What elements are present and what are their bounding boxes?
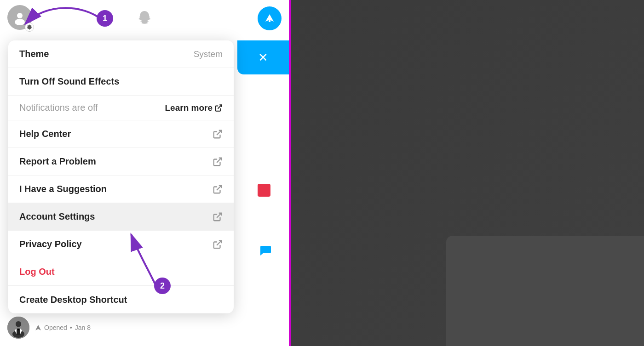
svg-point-0 [17,13,23,18]
help-label: Help Center [19,129,71,139]
menu-item-logout[interactable]: Log Out [8,258,234,286]
external-link-icon [213,184,223,194]
blue-chat-icon [259,244,272,259]
avatar-button[interactable] [7,5,34,32]
gear-badge [25,23,34,32]
problem-label: Report a Problem [19,156,96,167]
sound-label: Turn Off Sound Effects [19,76,119,87]
suggestion-label: I Have a Suggestion [19,184,107,194]
external-link-icon [213,239,223,250]
menu-item-account[interactable]: Account Settings [8,203,234,231]
top-bar [0,0,289,37]
account-label: Account Settings [19,211,95,222]
menu-item-shortcut[interactable]: Create Desktop Shortcut [8,286,234,313]
blue-action-button[interactable] [258,6,282,30]
notifications-left: Notifications are off [19,102,98,113]
right-card [446,236,644,346]
svg-line-5 [217,158,221,162]
shortcut-label: Create Desktop Shortcut [19,295,127,305]
menu-item-suggestion[interactable]: I Have a Suggestion [8,176,234,203]
svg-line-6 [217,185,221,190]
menu-item-sound[interactable]: Turn Off Sound Effects [8,68,234,96]
theme-label: Theme [19,49,49,59]
menu-item-theme[interactable]: Theme System [8,40,234,68]
menu-item-help[interactable]: Help Center [8,120,234,148]
privacy-label: Privacy Policy [19,239,82,250]
annotation-badge-2: 2 [154,278,171,294]
svg-marker-13 [35,325,41,330]
learn-more-text: Learn more [165,103,213,113]
menu-item-problem[interactable]: Report a Problem [8,148,234,176]
theme-value: System [194,49,223,59]
date-label: Jan 8 [75,324,91,331]
svg-point-12 [17,329,19,330]
annotation-badge-1: 1 [97,10,113,27]
external-link-icon [213,212,223,222]
snapchat-logo [134,8,155,30]
bottom-conversation-item[interactable]: Opened • Jan 8 [7,317,91,339]
svg-rect-2 [269,19,270,22]
external-link-icon [213,157,223,167]
close-icon: ✕ [258,51,268,65]
logout-label: Log Out [19,267,55,277]
dropdown-menu: Theme System Turn Off Sound Effects Noti… [8,40,234,313]
left-panel: ✕ Theme System Turn Off Sound Effects No… [0,0,290,346]
opened-label: Opened [44,324,67,331]
close-panel[interactable]: ✕ [237,40,289,74]
svg-point-1 [15,19,25,25]
menu-item-notifications: Notifications are off Learn more [8,96,234,120]
svg-line-4 [217,130,221,135]
right-panel [290,0,644,346]
menu-item-privacy[interactable]: Privacy Policy [8,231,234,258]
svg-line-7 [217,213,221,217]
dark-background [290,0,644,346]
external-link-icon [213,129,223,139]
learn-more-link[interactable]: Learn more [165,103,223,113]
conversation-avatar [7,317,29,339]
red-square-icon [258,184,270,197]
opened-info: Opened • Jan 8 [35,324,91,331]
svg-line-3 [218,105,222,108]
notifications-label: Notifications are off [19,102,98,113]
svg-line-8 [217,240,221,245]
